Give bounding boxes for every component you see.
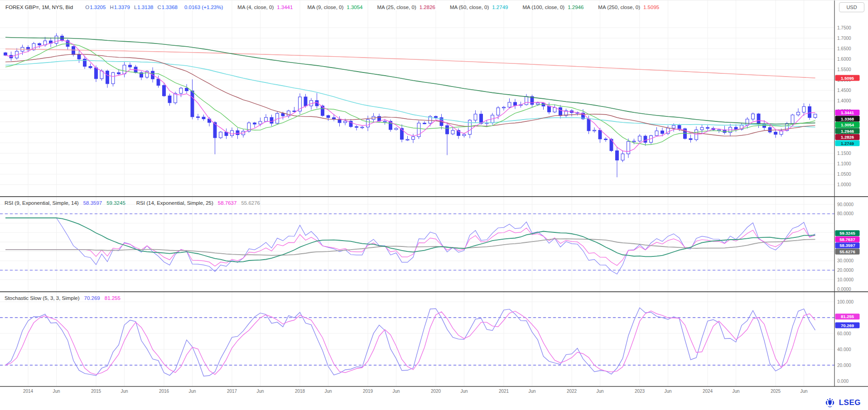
svg-text:2016: 2016 xyxy=(159,389,169,394)
svg-text:0.000: 0.000 xyxy=(837,379,849,384)
gridlines xyxy=(0,0,834,386)
svg-text:2022: 2022 xyxy=(567,389,577,394)
stochastic-d-value: 81.255 xyxy=(105,295,121,301)
svg-text:2014: 2014 xyxy=(23,389,34,394)
svg-text:1.7500: 1.7500 xyxy=(837,25,851,30)
stochastic-title: Stochastic Slow (5, 3, 3, Simple) xyxy=(5,295,80,301)
rsi-1-title: RSI (9, Exponential, Simple, 14) xyxy=(5,200,79,206)
svg-text:81.255: 81.255 xyxy=(841,314,854,319)
svg-text:0.0000: 0.0000 xyxy=(837,287,851,292)
svg-text:1.6500: 1.6500 xyxy=(837,46,851,51)
svg-text:1.4500: 1.4500 xyxy=(837,88,851,93)
rsi-1-ma-value: 59.3245 xyxy=(106,200,125,206)
rsi-2-ma-value: 55.6276 xyxy=(241,200,260,206)
svg-text:1.1500: 1.1500 xyxy=(837,151,851,156)
svg-text:Jun: Jun xyxy=(732,389,739,394)
svg-text:Jun: Jun xyxy=(121,389,128,394)
svg-text:Jun: Jun xyxy=(392,389,400,394)
svg-text:60.000: 60.000 xyxy=(837,331,851,336)
chart-application: 1.75001.70001.65001.60001.55001.50001.45… xyxy=(0,0,868,410)
svg-text:30.0000: 30.0000 xyxy=(837,258,854,263)
rsi-pane-header[interactable]: RSI (9, Exponential, Simple, 14) 58.3597… xyxy=(5,200,260,206)
lseg-logo-text: LSEG xyxy=(839,398,861,407)
ohlc-close: C1.3368 xyxy=(157,5,178,10)
svg-text:58.3597: 58.3597 xyxy=(839,243,855,248)
stochastic-lines xyxy=(5,308,815,376)
svg-text:Jun: Jun xyxy=(188,389,196,394)
svg-text:1.6000: 1.6000 xyxy=(837,57,851,62)
chart-legend-bar: FOREX GBP=, 1M, NYS, Bid O1.3205 H1.3379… xyxy=(0,0,660,14)
svg-text:Jun: Jun xyxy=(460,389,468,394)
svg-text:1.7000: 1.7000 xyxy=(837,36,851,41)
candles-layer xyxy=(4,33,817,177)
svg-text:10.0000: 10.0000 xyxy=(837,277,854,282)
ohlc-high: H1.3379 xyxy=(110,5,130,10)
svg-text:40.000: 40.000 xyxy=(837,347,851,352)
instrument-title[interactable]: FOREX GBP=, 1M, NYS, Bid xyxy=(5,4,74,10)
ma-legend-100[interactable]: MA (100, close, 0)1.2946 xyxy=(521,4,584,10)
lseg-logo: LSEG xyxy=(824,397,861,408)
svg-text:100.000: 100.000 xyxy=(837,299,854,304)
change-value: 0.0163 (+1.23%) xyxy=(183,4,224,10)
stochastic-pane-header[interactable]: Stochastic Slow (5, 3, 3, Simple) 70.269… xyxy=(5,295,121,301)
svg-text:Jun: Jun xyxy=(324,389,332,394)
ma-legend-250[interactable]: MA (250, close, 0)1.5095 xyxy=(597,4,660,10)
ohlc-open: O1.3205 xyxy=(85,5,106,10)
ohlc-legend: O1.3205 H1.3379 L1.3138 C1.3368 xyxy=(80,4,178,10)
ma-overlays xyxy=(5,37,815,151)
svg-text:1.1000: 1.1000 xyxy=(837,161,851,166)
svg-text:2021: 2021 xyxy=(499,389,509,394)
svg-text:20.0000: 20.0000 xyxy=(837,268,854,273)
svg-text:2017: 2017 xyxy=(227,389,237,394)
svg-text:Jun: Jun xyxy=(800,389,807,394)
svg-text:2024: 2024 xyxy=(703,389,713,394)
svg-text:1.5500: 1.5500 xyxy=(837,67,851,72)
svg-text:1.3441: 1.3441 xyxy=(841,110,854,115)
svg-text:59.3245: 59.3245 xyxy=(839,231,855,236)
ma-legend-25[interactable]: MA (25, close, 0)1.2826 xyxy=(376,4,436,10)
svg-text:2019: 2019 xyxy=(363,389,373,394)
svg-text:20.000: 20.000 xyxy=(837,363,851,368)
svg-text:90.0000: 90.0000 xyxy=(837,202,854,207)
svg-text:Jun: Jun xyxy=(528,389,535,394)
ma-legend-9[interactable]: MA (9, close, 0)1.3054 xyxy=(306,4,363,10)
ohlc-low: L1.3138 xyxy=(134,5,154,10)
svg-text:2023: 2023 xyxy=(635,389,645,394)
svg-text:Jun: Jun xyxy=(596,389,603,394)
svg-text:2015: 2015 xyxy=(91,389,101,394)
rsi-2-value: 58.7637 xyxy=(218,200,237,206)
svg-text:2018: 2018 xyxy=(295,389,305,394)
svg-text:1.0500: 1.0500 xyxy=(837,172,851,177)
ma-legend-4[interactable]: MA (4, close, 0)1.3441 xyxy=(236,4,294,10)
svg-text:70.269: 70.269 xyxy=(841,323,854,328)
svg-text:1.0000: 1.0000 xyxy=(837,182,851,187)
svg-text:1.5095: 1.5095 xyxy=(841,76,854,81)
svg-text:1.2826: 1.2826 xyxy=(841,135,854,140)
currency-selector-button[interactable]: USD xyxy=(839,2,864,12)
svg-text:1.4000: 1.4000 xyxy=(837,98,851,103)
svg-text:58.7637: 58.7637 xyxy=(839,237,855,242)
svg-text:2020: 2020 xyxy=(431,389,441,394)
svg-text:Jun: Jun xyxy=(664,389,671,394)
svg-text:1.3368: 1.3368 xyxy=(841,116,854,121)
svg-text:55.6276: 55.6276 xyxy=(839,249,855,254)
svg-text:Jun: Jun xyxy=(53,389,60,394)
svg-text:Jun: Jun xyxy=(256,389,264,394)
rsi-2-title: RSI (14, Exponential, Simple, 25) xyxy=(136,200,213,206)
svg-text:1.2749: 1.2749 xyxy=(841,141,854,146)
ma-legend-50[interactable]: MA (50, close, 0)1.2749 xyxy=(449,4,509,10)
threshold-dashed-lines xyxy=(0,214,834,365)
svg-text:1.3054: 1.3054 xyxy=(841,122,854,127)
lseg-crest-icon xyxy=(824,397,836,408)
pane-dividers xyxy=(0,0,868,386)
rsi-1-value: 58.3597 xyxy=(83,200,102,206)
svg-text:2025: 2025 xyxy=(771,389,781,394)
time-axis-labels[interactable]: 2014Jun2015Jun2016Jun2017Jun2018Jun2019J… xyxy=(23,389,808,394)
svg-text:1.2946: 1.2946 xyxy=(841,129,854,134)
rsi-lines xyxy=(5,218,815,274)
stochastic-k-value: 70.269 xyxy=(84,295,100,301)
svg-text:80.0000: 80.0000 xyxy=(837,211,854,216)
